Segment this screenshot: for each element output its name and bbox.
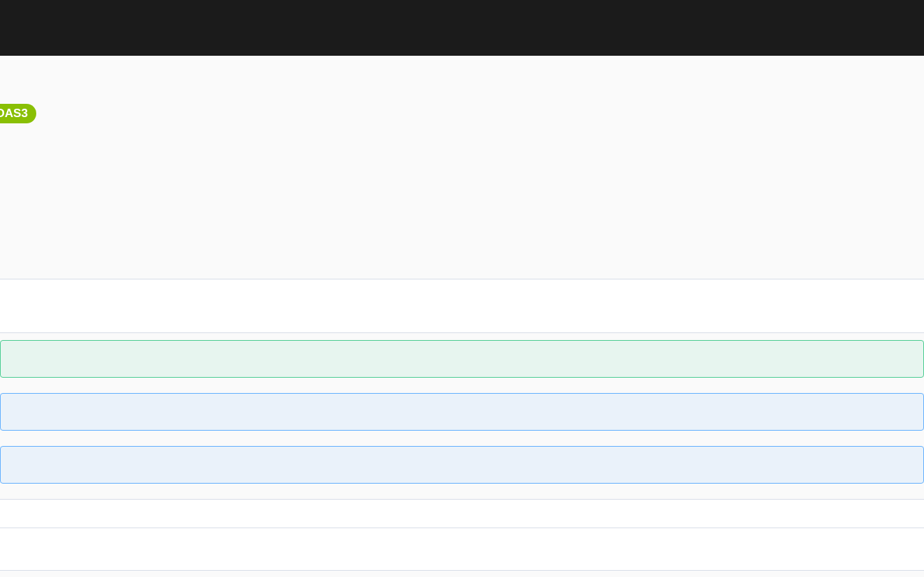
operation-post[interactable] xyxy=(0,340,924,378)
bottom-section xyxy=(0,528,924,570)
api-title-row: tion v1 OAS3 xyxy=(0,98,924,143)
operation-get-2[interactable] xyxy=(0,446,924,484)
spacer xyxy=(0,143,924,279)
tag-section-2[interactable] xyxy=(0,499,924,528)
oas-badge: OAS3 xyxy=(0,104,36,123)
content-area: tion v1 OAS3 xyxy=(0,56,924,571)
top-bar xyxy=(0,0,924,56)
operation-get-1[interactable] xyxy=(0,393,924,431)
bottom-divider xyxy=(0,570,924,571)
tag-section[interactable] xyxy=(0,279,924,333)
